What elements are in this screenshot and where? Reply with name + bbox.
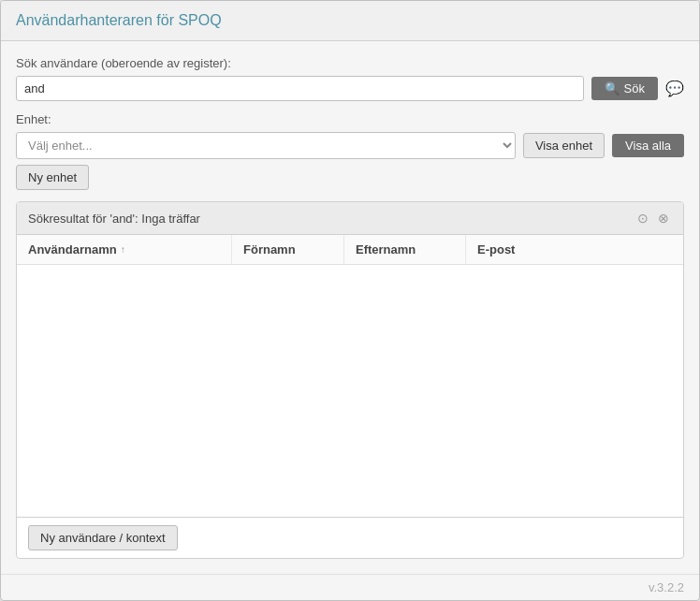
search-row: 🔍 Sök 💬 (16, 76, 684, 101)
search-icon: 🔍 (605, 81, 620, 95)
show-unit-button[interactable]: Visa enhet (523, 133, 605, 158)
version-label: v.3.2.2 (649, 580, 684, 594)
table-body (17, 265, 683, 517)
window-content: Sök användare (oberoende av register): 🔍… (1, 41, 699, 574)
new-user-button[interactable]: Ny användare / kontext (28, 525, 178, 550)
column-firstname: Förnamn (232, 235, 344, 264)
show-all-button[interactable]: Visa alla (612, 134, 684, 157)
results-title: Sökresultat för 'and': Inga träffar (28, 212, 200, 226)
column-lastname-label: Efternamn (356, 242, 416, 257)
collapse-icon[interactable]: ⊙ (634, 210, 651, 227)
unit-row: Välj enhet... Visa enhet Visa alla (16, 132, 684, 159)
unit-label: Enhet: (16, 112, 684, 126)
search-label: Sök användare (oberoende av register): (16, 56, 684, 70)
sort-asc-icon[interactable]: ↑ (121, 244, 125, 255)
window-footer: v.3.2.2 (1, 574, 699, 600)
search-button[interactable]: 🔍 Sök (591, 77, 658, 100)
table-header: Användarnamn ↑ Förnamn Efternamn E-post (17, 235, 683, 265)
window-header: Användarhanteraren för SPOQ (1, 1, 699, 41)
unit-section: Enhet: Välj enhet... Visa enhet Visa all… (16, 112, 684, 190)
column-username-label: Användarnamn (28, 242, 117, 257)
chat-icon[interactable]: 💬 (665, 80, 684, 97)
results-table: Användarnamn ↑ Förnamn Efternamn E-post (17, 235, 683, 517)
new-unit-button[interactable]: Ny enhet (16, 165, 89, 190)
unit-select[interactable]: Välj enhet... (16, 132, 516, 159)
results-header-icons: ⊙ ⊗ (634, 210, 672, 227)
results-panel: Sökresultat för 'and': Inga träffar ⊙ ⊗ … (16, 201, 684, 559)
window-title: Användarhanteraren för SPOQ (16, 12, 684, 29)
close-icon[interactable]: ⊗ (655, 210, 672, 227)
column-username: Användarnamn ↑ (17, 235, 232, 264)
search-section: Sök användare (oberoende av register): 🔍… (16, 56, 684, 101)
results-header: Sökresultat för 'and': Inga träffar ⊙ ⊗ (17, 202, 683, 235)
column-firstname-label: Förnamn (243, 242, 296, 257)
column-email: E-post (466, 235, 683, 264)
search-input[interactable] (16, 76, 584, 101)
column-lastname: Efternamn (344, 235, 466, 264)
main-window: Användarhanteraren för SPOQ Sök användar… (0, 0, 700, 601)
column-email-label: E-post (477, 242, 515, 257)
results-footer: Ny användare / kontext (17, 517, 683, 558)
search-button-label: Sök (624, 81, 645, 95)
